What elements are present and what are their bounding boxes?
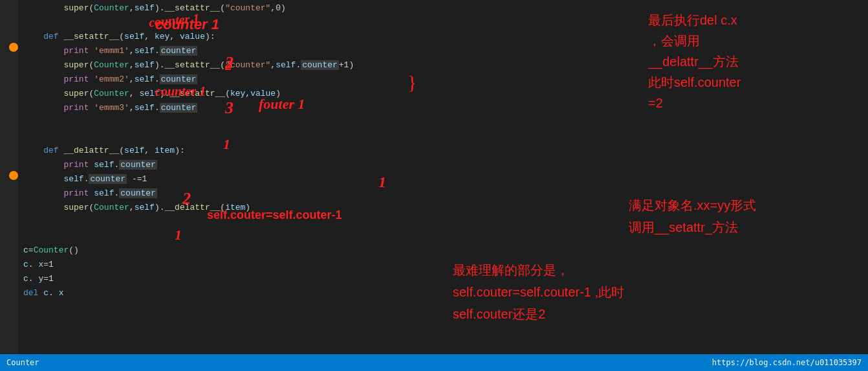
code-line-3: def __setattr__(self, key, value): <box>23 30 448 44</box>
code-line-6: print 'emmm2',self.counter <box>23 73 448 87</box>
code-line-2 <box>23 16 448 30</box>
code-line-8: print 'emmm3',self.counter <box>23 101 448 115</box>
note-middle-right: 满足对象名.xx=yy形式 调用__setattr_方法 <box>629 194 862 238</box>
code-line-12: print self.counter <box>23 158 448 172</box>
code-line-10 <box>23 129 448 144</box>
code-line-18: c=Counter() <box>23 243 448 258</box>
code-line-20: c. y=1 <box>23 272 448 286</box>
code-line-17 <box>23 229 448 243</box>
note3-line1: 最难理解的部分是， <box>453 259 867 281</box>
line-numbers <box>0 0 18 371</box>
note-top-right: 最后执行del c.x ，会调用 __delattr__方法 此时self.co… <box>648 10 855 113</box>
bottom-bar: Counter https://blog.csdn.net/u011035397 <box>0 354 868 371</box>
annotation-1-delattr: 1 <box>378 174 386 191</box>
code-line-11: def __delattr__(self, item): <box>23 144 448 158</box>
gutter-dot-2 <box>9 171 18 180</box>
note3-line3: self.couter还是2 <box>453 303 867 325</box>
annotation-bracket-line5: } <box>407 71 417 93</box>
code-line-19: c. x=1 <box>23 258 448 272</box>
gutter-dot-1 <box>9 43 18 52</box>
note2-line1: 满足对象名.xx=yy形式 <box>629 194 862 216</box>
note1-line2: ，会调用 <box>648 30 855 51</box>
code-line-9 <box>23 115 448 129</box>
note1-line1: 最后执行del c.x <box>648 10 855 30</box>
code-line-21: del c. x <box>23 286 448 300</box>
note2-line2: 调用__setattr_方法 <box>629 216 862 238</box>
note1-line5: =2 <box>648 93 855 113</box>
bottom-bar-left-label: Counter <box>6 358 39 367</box>
note1-line3: __delattr__方法 <box>648 51 855 72</box>
code-line-7: super(Counter, self).__setattr__(key,val… <box>23 87 448 101</box>
annotation-2-delattr: 2 <box>182 189 191 208</box>
annotation-3-emmm2: 3 <box>225 98 233 118</box>
annotation-self-couter: self.couter=self.couter-1 <box>207 208 342 222</box>
bottom-bar-right-url: https://blog.csdn.net/u011035397 <box>712 358 862 367</box>
note3-line2: self.couter=self.couter-1 ,此时 <box>453 281 867 303</box>
annotation-1-print-del: 1 <box>175 227 182 243</box>
code-line-4: print 'emmm1',self.counter <box>23 44 448 58</box>
annotation-2-emmm1: 2 <box>225 53 233 73</box>
code-content: super(Counter,self).__setattr__("counter… <box>18 0 453 371</box>
note-bottom-right: 最难理解的部分是， self.couter=self.couter-1 ,此时 … <box>453 259 867 325</box>
annotation-counter-line5: counter 1 <box>155 84 206 99</box>
code-line-5: super(Counter,self).__setattr__("counter… <box>23 58 448 73</box>
annotation-1-emmm3: 1 <box>223 136 230 153</box>
note1-line4: 此时self.counter <box>648 72 855 93</box>
code-line-1: super(Counter,self).__setattr__("counter… <box>23 1 448 16</box>
annotation-fouter1: fouter 1 <box>259 96 305 113</box>
